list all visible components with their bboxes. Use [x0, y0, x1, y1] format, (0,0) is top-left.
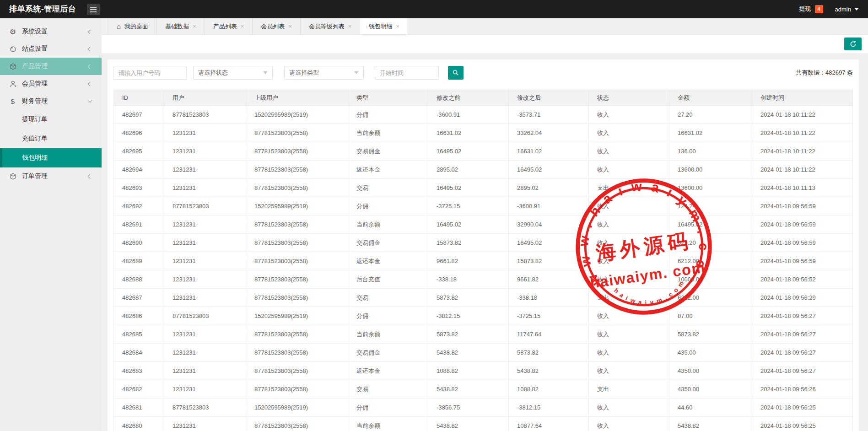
status-select[interactable]: 请选择状态: [193, 66, 273, 80]
cell-user: 1231231: [164, 161, 246, 179]
cell-type: 后台充值: [348, 270, 428, 289]
cell-status: 收入: [589, 344, 669, 362]
table-row: 482695123123187781523803(2558)交易佣金16495.…: [114, 142, 853, 161]
cell-user: 1231231: [164, 344, 246, 362]
cell-parent_user: 87781523803(2558): [246, 179, 348, 197]
tab-钱包明细[interactable]: 钱包明细×: [360, 18, 408, 34]
search-button[interactable]: [448, 66, 464, 80]
tab-label: 我的桌面: [124, 22, 148, 31]
cell-parent_user: 87781523803(2558): [246, 252, 348, 270]
menu-toggle-button[interactable]: [87, 4, 100, 15]
cell-after: 5873.82: [509, 344, 589, 362]
sidebar-item-label: 系统设置: [22, 27, 88, 36]
cell-status: 收入: [589, 307, 669, 325]
user-number-input[interactable]: [113, 66, 187, 80]
cell-before: 5438.82: [428, 344, 509, 362]
tab-我的桌面[interactable]: ⌂我的桌面: [108, 18, 157, 34]
withdraw-count-badge[interactable]: 4: [815, 5, 823, 13]
cell-amount: 16495.02: [669, 216, 752, 234]
top-header-bar: 排单系统-管理后台 提现 4 admin: [0, 0, 868, 18]
table-row: 482687123123187781523803(2558)交易5873.82-…: [114, 289, 853, 307]
cell-before: 16495.02: [428, 216, 509, 234]
column-header-type: 类型: [348, 90, 428, 106]
cell-after: -338.18: [509, 289, 589, 307]
cell-created_at: 2024-01-18 09:56:27: [752, 362, 853, 380]
cell-type: 交易: [348, 380, 428, 399]
tab-基础数据[interactable]: 基础数据×: [157, 18, 205, 34]
cell-id: 482683: [114, 362, 164, 380]
cell-status: 收入: [589, 362, 669, 380]
start-time-input[interactable]: [375, 66, 439, 80]
cell-after: 33262.04: [509, 124, 589, 142]
sidebar-item-label: 站点设置: [22, 45, 88, 53]
cell-after: 5438.82: [509, 362, 589, 380]
cell-user: 1231231: [164, 216, 246, 234]
sidebar-item-5[interactable]: 订单管理: [0, 167, 102, 185]
chevron-left-icon: [88, 64, 92, 69]
close-icon[interactable]: ×: [241, 23, 244, 29]
cell-user: 1231231: [164, 124, 246, 142]
sidebar-item-1[interactable]: 站点设置: [0, 40, 102, 58]
table-row: 482682123123187781523803(2558)交易5438.821…: [114, 380, 853, 399]
cell-id: 482690: [114, 234, 164, 252]
cell-created_at: 2024-01-18 09:56:27: [752, 307, 853, 325]
cell-before: 5873.82: [428, 325, 509, 344]
sidebar-subitem-提现订单[interactable]: 提现订单: [0, 110, 102, 129]
cell-created_at: 2024-01-18 09:56:25: [752, 399, 853, 417]
cell-parent_user: 15202595989(2519): [246, 197, 348, 216]
cell-id: 482695: [114, 142, 164, 161]
cell-parent_user: 87781523803(2558): [246, 234, 348, 252]
close-icon[interactable]: ×: [193, 23, 196, 29]
cell-before: 5438.82: [428, 380, 509, 399]
cell-amount: 6212.00: [669, 289, 752, 307]
table-row: 4826818778152380315202595989(2519)分佣-385…: [114, 399, 853, 417]
table-row: 482694123123187781523803(2558)返还本金2895.0…: [114, 161, 853, 179]
cell-amount: 27.20: [669, 106, 752, 124]
cell-before: 5438.82: [428, 417, 509, 431]
cell-type: 交易佣金: [348, 142, 428, 161]
sidebar-subitem-钱包明细[interactable]: 钱包明细: [0, 148, 102, 167]
cell-created_at: 2024-01-18 09:56:59: [752, 234, 853, 252]
cell-created_at: 2024-01-18 09:56:25: [752, 417, 853, 431]
cell-id: 482691: [114, 216, 164, 234]
table-row: 4826868778152380315202595989(2519)分佣-381…: [114, 307, 853, 325]
cell-status: 支出: [589, 380, 669, 399]
user-menu[interactable]: admin: [835, 6, 859, 13]
cell-type: 交易佣金: [348, 344, 428, 362]
cell-parent_user: 15202595989(2519): [246, 399, 348, 417]
tab-会员列表[interactable]: 会员列表×: [253, 18, 301, 34]
cell-type: 返还本金: [348, 161, 428, 179]
close-icon[interactable]: ×: [288, 23, 292, 29]
cell-user: 87781523803: [164, 399, 246, 417]
column-header-parent_user: 上级用户: [246, 90, 348, 106]
cell-id: 482697: [114, 106, 164, 124]
sidebar-item-4[interactable]: $财务管理: [0, 92, 102, 110]
close-icon[interactable]: ×: [348, 23, 352, 29]
cell-status: 收入: [589, 252, 669, 270]
cell-parent_user: 87781523803(2558): [246, 124, 348, 142]
cell-amount: 4350.00: [669, 380, 752, 399]
chevron-down-icon: [88, 98, 92, 102]
cell-type: 返还本金: [348, 252, 428, 270]
sidebar-item-0[interactable]: ⚙系统设置: [0, 23, 102, 40]
cell-after: 16631.02: [509, 142, 589, 161]
tab-产品列表[interactable]: 产品列表×: [205, 18, 253, 34]
sidebar-item-2[interactable]: 产品管理: [0, 58, 102, 75]
close-icon[interactable]: ×: [396, 23, 399, 29]
refresh-button[interactable]: [844, 38, 862, 50]
tab-会员等级列表[interactable]: 会员等级列表×: [301, 18, 361, 34]
cell-user: 1231231: [164, 179, 246, 197]
sidebar-item-3[interactable]: 会员管理: [0, 75, 102, 92]
sidebar-subitem-充值订单[interactable]: 充值订单: [0, 129, 102, 148]
cell-amount: 5438.82: [669, 417, 752, 431]
type-select[interactable]: 请选择类型: [284, 66, 364, 80]
cell-type: 分佣: [348, 106, 428, 124]
cell-before: -3725.15: [428, 197, 509, 216]
cell-user: 1231231: [164, 325, 246, 344]
cell-amount: 13600.00: [669, 179, 752, 197]
withdraw-notification[interactable]: 提现 4: [799, 5, 823, 13]
cell-before: -338.18: [428, 270, 509, 289]
cell-parent_user: 87781523803(2558): [246, 216, 348, 234]
table-row: 482683123123187781523803(2558)返还本金1088.8…: [114, 362, 853, 380]
username: admin: [835, 6, 851, 13]
